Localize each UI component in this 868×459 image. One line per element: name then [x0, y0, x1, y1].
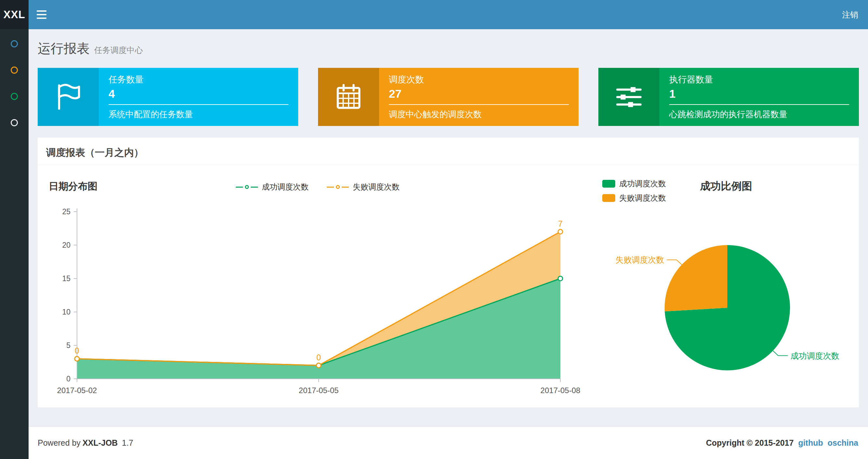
- line-point-fail[interactable]: [316, 363, 321, 368]
- point-label: 0: [75, 346, 79, 355]
- report-panel: 调度报表（一月之内） 日期分布图 成功调度次数: [38, 138, 859, 407]
- github-link[interactable]: github: [798, 438, 823, 448]
- calendar-icon: [334, 82, 364, 112]
- line-chart-legend: 成功调度次数 失败调度次数: [236, 182, 400, 192]
- pie-label-line: [667, 260, 682, 265]
- pie-chart-title: 成功比例图: [700, 179, 752, 204]
- y-tick-label: 0: [66, 374, 70, 383]
- sidebar-item-logs-icon[interactable]: [11, 93, 18, 100]
- info-box-desc: 调度中心触发的调度次数: [389, 109, 569, 120]
- info-box-desc: 心跳检测成功的执行器机器数量: [669, 109, 849, 120]
- info-box-title: 执行器数量: [669, 74, 849, 86]
- pie-legend-item-success[interactable]: 成功调度次数: [602, 178, 666, 189]
- page-header: 运行报表 任务调度中心: [38, 40, 859, 58]
- info-box-divider: [108, 104, 288, 105]
- panel-title: 调度报表（一月之内）: [38, 138, 859, 165]
- y-tick-label: 15: [62, 274, 70, 283]
- sidebar-item-jobs-icon[interactable]: [11, 67, 18, 74]
- pie-label-line: [773, 351, 788, 356]
- oschina-link[interactable]: oschina: [828, 438, 858, 448]
- page-subtitle: 任务调度中心: [94, 45, 143, 56]
- y-tick-label: 10: [62, 308, 70, 316]
- info-box-value: 1: [669, 87, 849, 100]
- sliders-icon: [614, 82, 644, 112]
- pie-chart-legend: 成功调度次数 失败调度次数: [602, 178, 666, 204]
- hamburger-icon: [37, 10, 46, 12]
- logo[interactable]: XXL: [0, 0, 29, 29]
- powered-by-text: Powered byXXL-JOB 1.7: [38, 438, 135, 448]
- x-tick-label: 2017-05-02: [57, 386, 97, 395]
- info-box-value: 27: [389, 87, 569, 100]
- copyright-text: Copyright © 2015-2017: [706, 438, 794, 448]
- y-tick-label: 20: [62, 241, 70, 249]
- navbar: XXL 注销: [0, 0, 868, 29]
- success-ratio-block: 成功调度次数 失败调度次数 成功比例图 成功调度次数失败调度次数: [602, 171, 859, 400]
- info-box-value: 4: [108, 87, 288, 100]
- info-box-desc: 系统中配置的任务数量: [108, 109, 288, 120]
- line-chart-title: 日期分布图: [49, 180, 97, 193]
- info-box-divider: [669, 104, 849, 105]
- date-distribution-chart[interactable]: 05101520252017-05-022017-05-052017-05-08…: [46, 204, 585, 399]
- line-point-fail[interactable]: [558, 230, 563, 234]
- point-label: 0: [316, 353, 321, 362]
- sidebar: [0, 29, 29, 459]
- legend-item-fail[interactable]: 失败调度次数: [327, 182, 400, 192]
- x-tick-label: 2017-05-08: [540, 386, 581, 395]
- footer: Powered byXXL-JOB 1.7 Copyright © 2015-2…: [29, 426, 868, 459]
- info-box-title: 调度次数: [389, 74, 569, 86]
- content-area: 运行报表 任务调度中心 任务数量 4 系统中配置的任务数量: [29, 29, 868, 426]
- pie-slice-1[interactable]: [664, 245, 727, 311]
- line-point-success[interactable]: [558, 276, 563, 281]
- pie-legend-item-fail[interactable]: 失败调度次数: [602, 193, 666, 203]
- logout-link[interactable]: 注销: [832, 0, 868, 29]
- info-box-triggers: 调度次数 27 调度中心触发的调度次数: [318, 68, 579, 126]
- line-point-fail[interactable]: [75, 356, 79, 361]
- legend-item-success[interactable]: 成功调度次数: [236, 182, 309, 192]
- app: { "navbar": { "logo": "XXL", "logout": "…: [0, 0, 868, 459]
- summary-boxes-row: 任务数量 4 系统中配置的任务数量: [38, 68, 859, 126]
- page-title: 运行报表: [38, 40, 90, 58]
- info-box-jobs: 任务数量 4 系统中配置的任务数量: [38, 68, 298, 126]
- x-tick-label: 2017-05-05: [299, 386, 339, 395]
- sidebar-item-help-icon[interactable]: [11, 119, 18, 126]
- y-tick-label: 25: [62, 207, 70, 216]
- flag-icon: [53, 82, 83, 112]
- date-distribution-block: 日期分布图 成功调度次数 失败调度次数: [46, 171, 589, 400]
- pie-label: 失败调度次数: [616, 255, 664, 264]
- point-label: 7: [558, 219, 563, 228]
- sidebar-item-report-icon[interactable]: [11, 40, 18, 47]
- info-box-executors: 执行器数量 1 心跳检测成功的执行器机器数量: [598, 68, 859, 126]
- info-box-title: 任务数量: [108, 74, 288, 86]
- info-box-divider: [389, 104, 569, 105]
- success-ratio-chart[interactable]: 成功调度次数失败调度次数: [602, 204, 859, 386]
- logo-text: XXL: [3, 8, 25, 21]
- pie-label: 成功调度次数: [790, 351, 839, 360]
- sidebar-toggle-button[interactable]: [29, 0, 55, 29]
- y-tick-label: 5: [66, 341, 70, 350]
